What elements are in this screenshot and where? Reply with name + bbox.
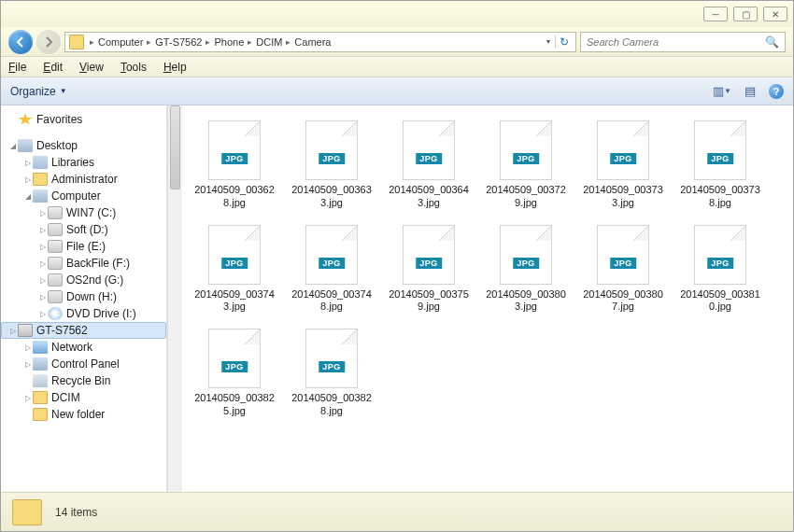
toolbar-right: ▥ ▼ ▤ ? bbox=[713, 83, 784, 100]
user-icon bbox=[33, 173, 48, 186]
file-item[interactable]: JPG20140509_003643.jpg bbox=[384, 117, 474, 214]
tree-drive-h[interactable]: ▷Down (H:) bbox=[1, 288, 166, 305]
menu-tools[interactable]: Tools bbox=[121, 61, 147, 74]
drive-icon bbox=[48, 240, 63, 253]
file-name-label: 20140509_003807.jpg bbox=[582, 288, 664, 315]
file-name-label: 20140509_003643.jpg bbox=[388, 184, 470, 210]
address-bar[interactable]: ▸ Computer ▸ GT-S7562 ▸ Phone ▸ DCIM ▸ C… bbox=[64, 32, 576, 52]
forward-button[interactable] bbox=[36, 30, 61, 54]
tree-favorites[interactable]: Favorites bbox=[1, 111, 166, 128]
search-input[interactable] bbox=[587, 36, 765, 48]
file-item[interactable]: JPG20140509_003729.jpg bbox=[481, 117, 571, 214]
dvd-icon bbox=[48, 307, 63, 320]
tree-drive-f[interactable]: ▷BackFile (F:) bbox=[1, 255, 166, 272]
network-icon bbox=[33, 341, 48, 354]
tree-administrator[interactable]: ▷Administrator bbox=[1, 171, 166, 188]
crumb-device[interactable]: GT-S7562 bbox=[153, 36, 204, 48]
file-item[interactable]: JPG20140509_003825.jpg bbox=[190, 325, 279, 422]
tree-drive-e[interactable]: ▷File (E:) bbox=[1, 238, 166, 255]
maximize-button[interactable]: ▢ bbox=[733, 7, 758, 21]
drive-icon bbox=[48, 257, 63, 270]
crumb-storage[interactable]: Phone bbox=[212, 36, 246, 48]
preview-pane-button[interactable]: ▤ bbox=[741, 83, 759, 100]
tree-label: Network bbox=[51, 341, 92, 354]
jpg-file-icon: JPG bbox=[208, 225, 261, 285]
chevron-right-icon: ▸ bbox=[88, 37, 96, 47]
tree-dcim[interactable]: ▷DCIM bbox=[1, 389, 166, 406]
sidebar-scrollbar[interactable] bbox=[167, 105, 182, 492]
refresh-button[interactable]: ↻ bbox=[555, 35, 572, 49]
file-item[interactable]: JPG20140509_003810.jpg bbox=[675, 221, 765, 318]
file-item[interactable]: JPG20140509_003633.jpg bbox=[287, 117, 376, 214]
tree-drive-dvd[interactable]: ▷DVD Drive (I:) bbox=[1, 305, 166, 322]
tree-computer[interactable]: ◢Computer bbox=[1, 188, 166, 204]
file-name-label: 20140509_003759.jpg bbox=[388, 288, 470, 315]
crumb-computer[interactable]: Computer bbox=[96, 36, 145, 48]
crumb-dcim[interactable]: DCIM bbox=[254, 36, 284, 48]
file-type-badge: JPG bbox=[221, 258, 248, 269]
file-item[interactable]: JPG20140509_003738.jpg bbox=[675, 117, 765, 214]
jpg-file-icon: JPG bbox=[208, 120, 261, 180]
navigation-pane[interactable]: Favorites ◢Desktop ▷Libraries ▷Administr… bbox=[1, 105, 167, 492]
tree-label: GT-S7562 bbox=[36, 324, 88, 337]
file-item[interactable]: JPG20140509_003759.jpg bbox=[384, 221, 474, 318]
file-pane[interactable]: JPG20140509_003628.jpgJPG20140509_003633… bbox=[182, 105, 793, 492]
view-options-button[interactable]: ▥ ▼ bbox=[713, 83, 731, 100]
file-item[interactable]: JPG20140509_003803.jpg bbox=[481, 221, 571, 318]
file-name-label: 20140509_003729.jpg bbox=[485, 184, 567, 210]
tree-label: OS2nd (G:) bbox=[66, 273, 123, 287]
chevron-right-icon: ▸ bbox=[204, 37, 212, 47]
file-name-label: 20140509_003628.jpg bbox=[193, 184, 276, 210]
chevron-down-icon: ▼ bbox=[60, 87, 67, 95]
file-item[interactable]: JPG20140509_003828.jpg bbox=[287, 325, 376, 422]
close-button[interactable]: ✕ bbox=[763, 7, 787, 21]
jpg-file-icon: JPG bbox=[305, 225, 358, 285]
crumb-camera[interactable]: Camera bbox=[292, 36, 333, 48]
tree-desktop[interactable]: ◢Desktop bbox=[1, 137, 166, 154]
tree-libraries[interactable]: ▷Libraries bbox=[1, 154, 166, 171]
drive-icon bbox=[48, 223, 63, 236]
menu-view[interactable]: View bbox=[79, 61, 104, 74]
tree-label: Control Panel bbox=[51, 357, 120, 371]
tree-device-gt[interactable]: ▷GT-S7562 bbox=[1, 322, 166, 339]
menu-help[interactable]: Help bbox=[163, 61, 187, 74]
menu-edit[interactable]: Edit bbox=[43, 61, 63, 74]
tree-newfolder[interactable]: New folder bbox=[1, 406, 166, 423]
file-item[interactable]: JPG20140509_003748.jpg bbox=[287, 221, 376, 318]
libraries-icon bbox=[33, 156, 48, 169]
tree-network[interactable]: ▷Network bbox=[1, 339, 166, 356]
file-item[interactable]: JPG20140509_003743.jpg bbox=[190, 221, 279, 318]
tree-controlpanel[interactable]: ▷Control Panel bbox=[1, 356, 166, 372]
desktop-icon bbox=[18, 139, 33, 152]
scrollbar-thumb[interactable] bbox=[170, 105, 180, 189]
jpg-file-icon: JPG bbox=[597, 225, 649, 285]
tree-drive-d[interactable]: ▷Soft (D:) bbox=[1, 221, 166, 238]
address-dropdown[interactable]: ▾ bbox=[542, 37, 555, 46]
file-type-badge: JPG bbox=[319, 258, 345, 269]
file-item[interactable]: JPG20140509_003733.jpg bbox=[578, 117, 668, 214]
file-item[interactable]: JPG20140509_003628.jpg bbox=[190, 117, 279, 214]
tree-label: Desktop bbox=[36, 139, 78, 152]
file-type-badge: JPG bbox=[416, 153, 442, 164]
tree-label: Administrator bbox=[51, 173, 118, 186]
menu-file[interactable]: File bbox=[8, 61, 26, 74]
tree-label: DVD Drive (I:) bbox=[66, 307, 136, 320]
tree-label: Down (H:) bbox=[66, 290, 117, 303]
body-area: Favorites ◢Desktop ▷Libraries ▷Administr… bbox=[1, 105, 793, 492]
arrow-right-icon bbox=[43, 36, 54, 48]
tree-label: Recycle Bin bbox=[51, 374, 110, 387]
minimize-button[interactable]: ─ bbox=[703, 7, 728, 21]
file-item[interactable]: JPG20140509_003807.jpg bbox=[578, 221, 668, 318]
folder-icon bbox=[12, 499, 42, 525]
tree-drive-c[interactable]: ▷WIN7 (C:) bbox=[1, 204, 166, 221]
tree-recyclebin[interactable]: Recycle Bin bbox=[1, 372, 166, 389]
controlpanel-icon bbox=[33, 357, 48, 371]
help-button[interactable]: ? bbox=[769, 84, 784, 99]
file-type-badge: JPG bbox=[513, 153, 539, 164]
organize-button[interactable]: Organize ▼ bbox=[10, 85, 67, 98]
file-name-label: 20140509_003743.jpg bbox=[193, 288, 276, 315]
chevron-right-icon: ▸ bbox=[246, 37, 254, 47]
tree-drive-g[interactable]: ▷OS2nd (G:) bbox=[1, 272, 166, 288]
search-box[interactable]: 🔍 bbox=[580, 32, 786, 52]
back-button[interactable] bbox=[8, 30, 33, 54]
